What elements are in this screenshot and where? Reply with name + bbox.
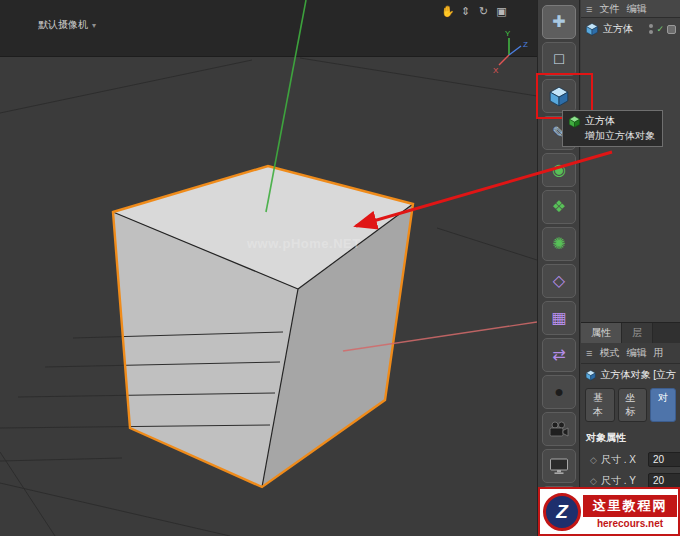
spline-primitive-tool[interactable]: ◇ bbox=[542, 264, 576, 298]
right-panel: ≡ 文件 编辑 立方体 ✓ 属性 层 bbox=[581, 0, 680, 536]
generator-tool-icon: ✺ bbox=[552, 236, 565, 252]
menu-icon[interactable]: ≡ bbox=[586, 3, 592, 15]
object-title-row: 立方体对象 [立方 bbox=[581, 364, 680, 386]
property-label: 尺寸 . X bbox=[601, 453, 636, 467]
menu-file[interactable]: 文件 bbox=[599, 2, 619, 16]
object-tag-icon[interactable] bbox=[667, 25, 676, 34]
subdivision-tool-icon: ◉ bbox=[552, 162, 566, 178]
mograph-tool-icon: ▦ bbox=[551, 310, 566, 326]
object-state-cluster: ✓ bbox=[649, 24, 676, 34]
visibility-dots-icon[interactable] bbox=[649, 24, 653, 34]
menu-mode[interactable]: 模式 bbox=[599, 346, 619, 360]
tooltip: 立方体 增加立方体对象 bbox=[562, 110, 663, 147]
camera-tool[interactable] bbox=[542, 412, 576, 446]
menu-edit[interactable]: 编辑 bbox=[626, 2, 646, 16]
object-title: 立方体对象 [立方 bbox=[600, 368, 676, 382]
menu-icon[interactable]: ≡ bbox=[586, 347, 592, 359]
scene-canvas bbox=[0, 0, 537, 536]
viewport-3d[interactable]: 默认摄像机 ▾ ✋⇕↻▣ www.pHome.NET Y Z X bbox=[0, 0, 537, 536]
xpresso-tool[interactable]: ⇄ bbox=[542, 338, 576, 372]
site-logo: Z 这里教程网 herecours.net bbox=[538, 487, 680, 536]
move-tool[interactable]: ✚ bbox=[542, 5, 576, 39]
pan-view-icon[interactable]: ✋ bbox=[441, 5, 454, 18]
object-manager: ≡ 文件 编辑 立方体 ✓ bbox=[581, 0, 680, 40]
tooltip-subtitle: 增加立方体对象 bbox=[585, 129, 657, 143]
property-label: 尺寸 . Y bbox=[601, 474, 636, 488]
display-tool[interactable] bbox=[542, 449, 576, 483]
camera-label-text: 默认摄像机 bbox=[38, 18, 88, 32]
object-manager-menubar: ≡ 文件 编辑 bbox=[581, 0, 680, 18]
cube-icon bbox=[568, 115, 581, 128]
property-row: ◇尺寸 . X20 bbox=[581, 449, 680, 470]
camera-label[interactable]: 默认摄像机 ▾ bbox=[38, 18, 96, 32]
rotate-view-icon[interactable]: ↻ bbox=[477, 5, 490, 18]
app-window: 默认摄像机 ▾ ✋⇕↻▣ www.pHome.NET Y Z X ✚□✎◉❖✺◇… bbox=[0, 0, 680, 536]
monitor-icon bbox=[548, 457, 570, 475]
mograph-tool[interactable]: ▦ bbox=[542, 301, 576, 335]
site-logo-domain: herecours.net bbox=[583, 517, 677, 529]
xpresso-tool-icon: ⇄ bbox=[552, 347, 565, 363]
viewport-watermark: www.pHome.NET bbox=[247, 236, 361, 251]
tooltip-title: 立方体 bbox=[585, 114, 615, 128]
camera-menu-icon[interactable]: ▾ bbox=[92, 21, 96, 30]
enabled-check-icon[interactable]: ✓ bbox=[656, 24, 664, 34]
cube-icon bbox=[585, 368, 596, 382]
environment-tool-icon: ● bbox=[554, 384, 564, 400]
array-tool-icon: ❖ bbox=[552, 199, 566, 215]
viewport-nav: ✋⇕↻▣ bbox=[441, 5, 508, 18]
keyframe-dot-icon[interactable]: ◇ bbox=[590, 476, 597, 486]
axis-x-label: X bbox=[493, 66, 499, 75]
site-logo-title: 这里教程网 bbox=[583, 495, 677, 517]
environment-tool[interactable]: ● bbox=[542, 375, 576, 409]
move-tool-icon: ✚ bbox=[552, 14, 565, 30]
attributes-tabbar: 属性 层 bbox=[581, 323, 680, 343]
spline-primitive-tool-icon: ◇ bbox=[553, 273, 565, 289]
keyframe-dot-icon[interactable]: ◇ bbox=[590, 455, 597, 465]
tab-layers[interactable]: 层 bbox=[622, 323, 653, 343]
attributes-section-tabs: 基本 坐标 对 bbox=[581, 386, 680, 424]
frame-tool-icon: □ bbox=[554, 51, 564, 67]
property-value-input[interactable]: 20 bbox=[648, 473, 680, 488]
menu-user[interactable]: 用 bbox=[653, 346, 663, 360]
property-value-input[interactable]: 20 bbox=[648, 452, 680, 467]
attributes-menubar: ≡ 模式 编辑 用 bbox=[581, 343, 680, 364]
site-logo-emblem: Z bbox=[543, 493, 581, 531]
frame-tool[interactable]: □ bbox=[542, 42, 576, 76]
axis-y-label: Y bbox=[505, 29, 511, 38]
array-tool[interactable]: ❖ bbox=[542, 190, 576, 224]
object-name: 立方体 bbox=[603, 22, 633, 36]
section-header[interactable]: 对象属性 bbox=[581, 424, 680, 449]
zoom-view-icon[interactable]: ⇕ bbox=[459, 5, 472, 18]
maximize-view-icon[interactable]: ▣ bbox=[495, 5, 508, 18]
cube-icon bbox=[585, 22, 599, 36]
tab-attributes[interactable]: 属性 bbox=[581, 323, 622, 343]
axis-gizmo: Y Z X bbox=[492, 27, 532, 77]
menu-edit[interactable]: 编辑 bbox=[626, 346, 646, 360]
object-row-cube[interactable]: 立方体 ✓ bbox=[581, 18, 680, 40]
axis-z-label: Z bbox=[523, 40, 528, 49]
generator-tool[interactable]: ✺ bbox=[542, 227, 576, 261]
subdivision-tool[interactable]: ◉ bbox=[542, 153, 576, 187]
tab-basic[interactable]: 基本 bbox=[585, 388, 615, 422]
tab-object[interactable]: 对 bbox=[650, 388, 676, 422]
camera-icon bbox=[548, 421, 570, 438]
tab-coordinates[interactable]: 坐标 bbox=[618, 388, 648, 422]
